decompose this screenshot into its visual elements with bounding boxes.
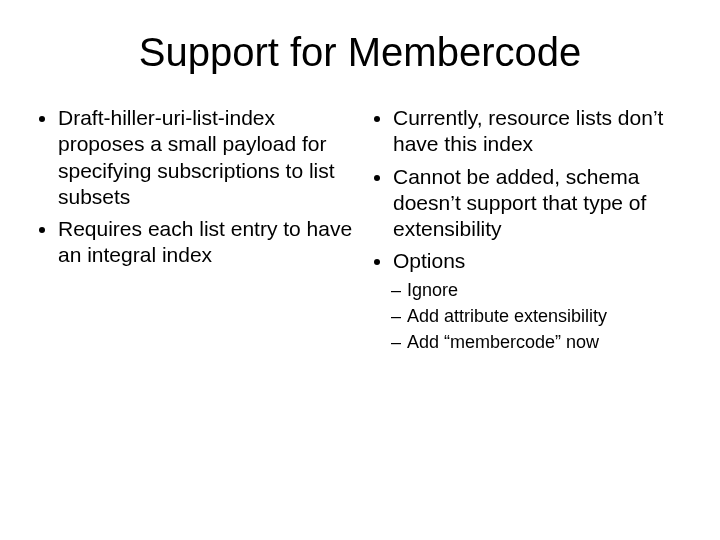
- left-bullet: Requires each list entry to have an inte…: [58, 216, 355, 269]
- right-bullet: Currently, resource lists don’t have thi…: [393, 105, 690, 158]
- left-bullet: Draft-hiller-uri-list-index proposes a s…: [58, 105, 355, 210]
- right-bullet-options: Options Ignore Add attribute extensibili…: [393, 248, 690, 354]
- slide: Support for Membercode Draft-hiller-uri-…: [0, 0, 720, 540]
- left-bullet-list: Draft-hiller-uri-list-index proposes a s…: [30, 105, 355, 269]
- body-columns: Draft-hiller-uri-list-index proposes a s…: [30, 105, 690, 361]
- right-bullet-options-label: Options: [393, 249, 465, 272]
- options-sub-item: Add “membercode” now: [407, 331, 690, 354]
- left-column: Draft-hiller-uri-list-index proposes a s…: [30, 105, 355, 361]
- options-sub-item: Add attribute extensibility: [407, 305, 690, 328]
- options-sub-item: Ignore: [407, 279, 690, 302]
- slide-title: Support for Membercode: [30, 30, 690, 75]
- right-column: Currently, resource lists don’t have thi…: [365, 105, 690, 361]
- right-bullet-list: Currently, resource lists don’t have thi…: [365, 105, 690, 355]
- options-sublist: Ignore Add attribute extensibility Add “…: [393, 279, 690, 355]
- right-bullet: Cannot be added, schema doesn’t support …: [393, 164, 690, 243]
